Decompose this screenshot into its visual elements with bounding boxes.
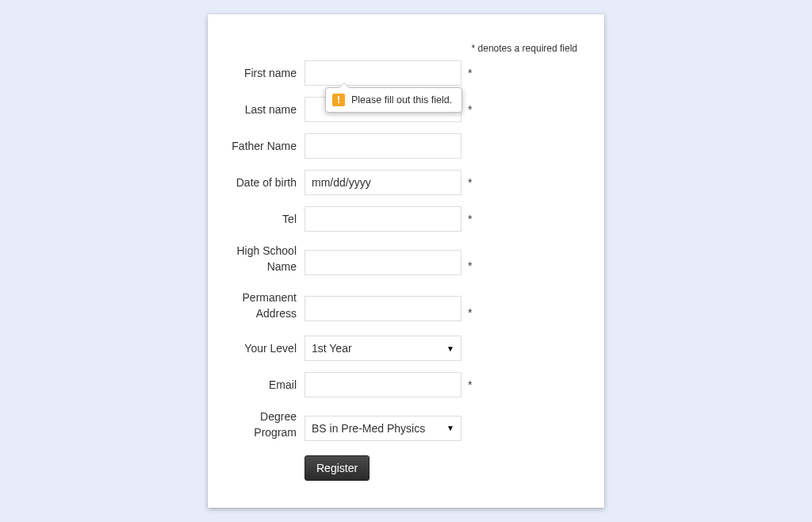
first-name-input[interactable] [304, 60, 462, 86]
label-last-name: Last name [232, 102, 304, 117]
required-star: * [468, 176, 472, 189]
row-father-name: Father Name [232, 133, 580, 159]
row-level: Your Level 1st Year ▼ [232, 336, 580, 361]
validation-tooltip: ! Please fill out this field. [325, 87, 462, 113]
row-email: Email * [232, 372, 580, 397]
email-input[interactable] [304, 372, 462, 397]
register-button[interactable]: Register [304, 455, 370, 481]
required-star: * [468, 67, 472, 79]
label-dob: Date of birth [232, 175, 304, 190]
degree-selected-value: BS in Pre-Med Physics [312, 422, 425, 435]
row-submit: Register [232, 455, 580, 481]
required-star: * [468, 306, 472, 319]
label-email: Email [232, 377, 304, 393]
label-degree: Degree Program [232, 409, 304, 441]
tel-input[interactable] [304, 206, 462, 232]
tooltip-text: Please fill out this field. [351, 94, 452, 106]
warning-icon: ! [332, 94, 345, 106]
row-address: Permanent Address * [232, 290, 580, 322]
row-degree: Degree Program BS in Pre-Med Physics ▼ [232, 409, 580, 441]
chevron-down-icon: ▼ [446, 344, 454, 353]
label-address: Permanent Address [232, 290, 304, 322]
row-first-name: First name * ! Please fill out this fiel… [232, 60, 580, 86]
label-level: Your Level [232, 340, 304, 356]
registration-form: First name * ! Please fill out this fiel… [232, 60, 580, 481]
label-first-name: First name [232, 65, 304, 81]
required-star: * [468, 378, 472, 391]
highschool-input[interactable] [304, 250, 462, 275]
required-star: * [468, 259, 472, 272]
level-select[interactable]: 1st Year ▼ [304, 336, 462, 361]
required-star: * [468, 213, 472, 225]
dob-input[interactable] [304, 170, 462, 195]
row-tel: Tel * [232, 206, 580, 232]
registration-card: * denotes a required field First name * … [208, 14, 604, 508]
required-field-note: * denotes a required field [472, 43, 577, 54]
address-input[interactable] [304, 296, 462, 321]
level-selected-value: 1st Year [312, 342, 352, 355]
label-highschool: High School Name [232, 243, 304, 275]
father-name-input[interactable] [304, 133, 462, 159]
degree-select[interactable]: BS in Pre-Med Physics ▼ [304, 416, 462, 441]
required-star: * [468, 103, 472, 116]
row-highschool: High School Name * [232, 243, 580, 275]
chevron-down-icon: ▼ [446, 424, 454, 432]
label-father-name: Father Name [232, 138, 304, 154]
label-tel: Tel [232, 211, 304, 227]
row-dob: Date of birth * [232, 170, 580, 195]
